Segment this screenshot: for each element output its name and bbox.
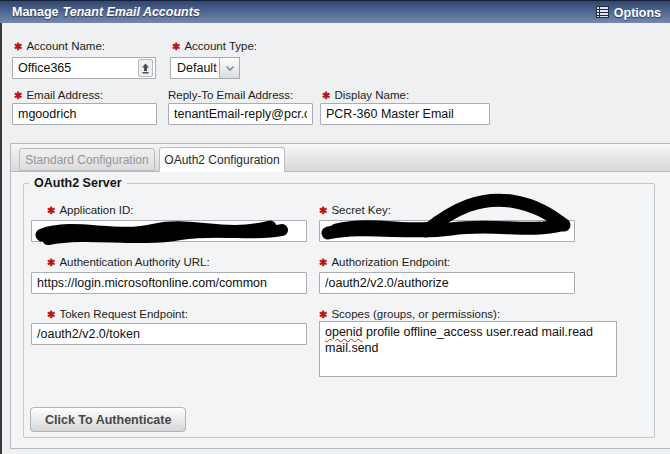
account-type-select[interactable]: Default: [170, 57, 240, 79]
scopes-label: ✱Scopes (groups, or permissions):: [319, 308, 500, 321]
page-title-prefix: Manage: [12, 5, 59, 19]
authorization-endpoint-label: ✱Authorization Endpoint:: [319, 256, 450, 269]
email-address-label: ✱Email Address:: [14, 89, 103, 102]
required-icon: ✱: [47, 205, 55, 216]
reply-to-label: Reply-To Email Address:: [168, 89, 293, 102]
options-button[interactable]: Options: [596, 1, 661, 24]
application-id-input[interactable]: [31, 220, 307, 242]
scopes-flagged-word: openid: [325, 325, 363, 339]
window-header: ManageTenant Email Accounts Options: [0, 0, 670, 23]
page-title: ManageTenant Email Accounts: [12, 5, 200, 19]
options-label: Options: [614, 6, 661, 20]
required-icon: ✱: [47, 257, 55, 268]
tab-oauth2-configuration[interactable]: OAuth2 Configuration: [159, 147, 285, 172]
required-icon: ✱: [319, 309, 327, 320]
authorization-endpoint-input[interactable]: [319, 272, 575, 294]
required-icon: ✱: [14, 41, 22, 52]
account-name-lookup-icon[interactable]: [138, 59, 153, 77]
secret-key-input[interactable]: [319, 220, 575, 242]
manage-tenant-email-accounts-window: ManageTenant Email Accounts Options ✱Acc…: [0, 0, 670, 454]
tab-strip: Standard Configuration OAuth2 Configurat…: [11, 144, 670, 172]
reply-to-input[interactable]: [168, 103, 313, 125]
required-icon: ✱: [319, 205, 327, 216]
required-icon: ✱: [322, 90, 330, 101]
account-name-label: ✱Account Name:: [14, 40, 105, 53]
account-name-value: Office365: [18, 61, 71, 75]
required-icon: ✱: [47, 309, 55, 320]
chevron-down-icon[interactable]: [219, 58, 239, 78]
required-icon: ✱: [14, 90, 22, 101]
application-id-label: ✱Application ID:: [47, 204, 134, 217]
token-request-endpoint-input[interactable]: [31, 323, 307, 345]
auth-authority-url-input[interactable]: [31, 272, 307, 294]
page-title-emphasis: Tenant Email Accounts: [63, 5, 200, 19]
email-address-input[interactable]: [12, 103, 157, 125]
account-type-value: Default: [171, 61, 219, 75]
required-icon: ✱: [319, 257, 327, 268]
configuration-tab-panel: Standard Configuration OAuth2 Configurat…: [10, 143, 670, 449]
scopes-textarea[interactable]: openid profile offline_access user.read …: [319, 321, 617, 377]
oauth2-server-legend: OAuth2 Server: [29, 176, 127, 190]
options-icon: [596, 4, 609, 22]
account-name-input[interactable]: Office365: [12, 57, 156, 79]
window-left-edge: [0, 0, 2, 454]
scopes-rest: profile offline_access user.read mail.re…: [325, 325, 593, 355]
secret-key-label: ✱Secret Key:: [319, 204, 391, 217]
token-request-endpoint-label: ✱Token Request Endpoint:: [47, 308, 188, 321]
account-type-label: ✱Account Type:: [172, 40, 257, 53]
display-name-input[interactable]: [320, 103, 490, 125]
click-to-authenticate-button[interactable]: Click To Authenticate: [30, 407, 186, 432]
display-name-label: ✱Display Name:: [322, 89, 409, 102]
tab-standard-configuration[interactable]: Standard Configuration: [19, 148, 155, 171]
required-icon: ✱: [172, 41, 180, 52]
auth-authority-url-label: ✱Authentication Authority URL:: [47, 256, 210, 269]
